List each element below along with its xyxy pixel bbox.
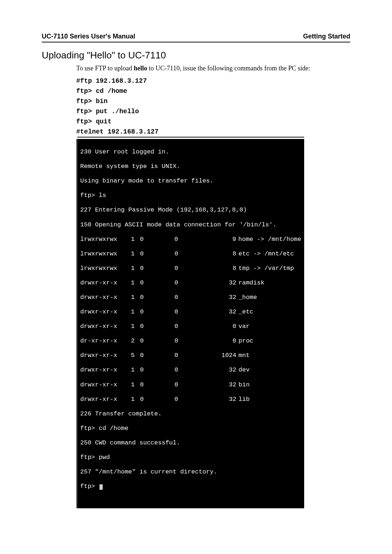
intro-pre: To use FTP to upload	[76, 65, 134, 72]
ls-row: dr-xr-xr-x2000proc	[80, 337, 301, 345]
command-line: ftp> quit	[76, 118, 350, 125]
intro-bold: hello	[134, 65, 147, 72]
term-line: 230 User root logged in.	[80, 148, 301, 156]
term-line: ftp> ls	[80, 192, 301, 199]
command-line: ftp> cd /home	[76, 87, 350, 95]
ls-row: drwxr-xr-x5001024mnt	[80, 352, 301, 359]
ls-row: drwxr-xr-x10032ramdisk	[80, 279, 301, 287]
header-right: Getting Started	[303, 33, 350, 40]
term-line: 226 Transfer complete.	[80, 410, 301, 418]
command-line: ftp> put ./hello	[76, 108, 350, 115]
command-line: #telnet 192.168.3.127	[76, 128, 350, 135]
ls-row: drwxr-xr-x10032dev	[80, 366, 301, 374]
term-prompt: ftp>	[80, 483, 301, 490]
ls-row: lrwxrwxrwx1009home -> /mnt/home	[80, 236, 301, 243]
term-line: 150 Opening ASCII mode data connection f…	[80, 221, 301, 229]
term-line: ftp> cd /home	[80, 425, 301, 432]
ls-row: drwxr-xr-x10032_home	[80, 294, 301, 301]
ls-row: drwxr-xr-x10032_etc	[80, 308, 301, 316]
page-header: UC-7110 Series User's Manual Getting Sta…	[42, 33, 350, 42]
term-line: 227 Entering Passive Mode (192,168,3,127…	[80, 206, 301, 214]
term-line: ftp> pwd	[80, 454, 301, 461]
ls-row: lrwxrwxrwx1008tmp -> /var/tmp	[80, 265, 301, 272]
cursor-icon	[99, 484, 103, 490]
terminal-output: 230 User root logged in. Remote system t…	[76, 139, 304, 508]
intro-post: to UC-7110, issue the following commands…	[147, 65, 310, 72]
term-line: Using binary mode to transfer files.	[80, 177, 301, 185]
command-line: ftp> bin	[76, 98, 350, 105]
section-title: Uploading "Hello" to UC-7110	[42, 50, 350, 61]
term-line: Remote system type is UNIX.	[80, 163, 301, 170]
command-line: #ftp 192.168.3.127	[76, 77, 350, 85]
intro-text: To use FTP to upload hello to UC-7110, i…	[76, 65, 350, 72]
ls-row: lrwxrwxrwx1008etc -> /mnt/etc	[80, 250, 301, 258]
term-line: 257 "/mnt/home" is current directory.	[80, 468, 301, 476]
ls-row: drwxr-xr-x1000var	[80, 323, 301, 330]
ls-row: drwxr-xr-x10032lib	[80, 396, 301, 403]
header-left: UC-7110 Series User's Manual	[42, 33, 135, 40]
term-line: 250 CWD command successful.	[80, 439, 301, 447]
ls-row: drwxr-xr-x10032bin	[80, 381, 301, 389]
